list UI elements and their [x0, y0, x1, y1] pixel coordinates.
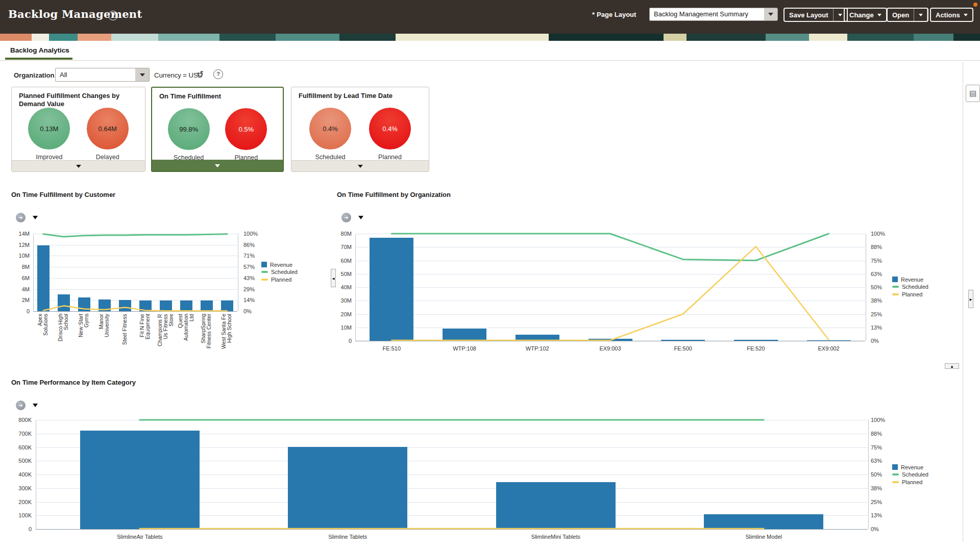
chevron-down-icon	[964, 14, 968, 16]
right-axis-tick: 0%	[871, 338, 879, 344]
left-axis-tick: 20M	[327, 311, 352, 317]
kpi-circle-improved[interactable]: 0.13M	[28, 108, 70, 149]
kpi-card-expander[interactable]	[12, 160, 145, 171]
legend-item-revenue[interactable]: Revenue	[261, 261, 292, 268]
legend-item-planned[interactable]: Planned	[261, 276, 291, 283]
kpi-circle-delayed[interactable]: 0.64M	[87, 108, 129, 149]
refresh-icon[interactable]: ↺	[197, 69, 204, 79]
chevron-down-icon	[215, 164, 220, 167]
line-planned-customer	[43, 306, 227, 311]
kpi-circle-scheduled[interactable]: 0.4%	[309, 108, 351, 149]
kpi-metric-label: Scheduled	[315, 154, 345, 161]
left-axis-tick: 8M	[5, 264, 30, 270]
right-axis-tick: 38%	[871, 485, 882, 491]
kpi-card-expander[interactable]	[291, 160, 429, 171]
change-button[interactable]: Change	[844, 8, 887, 22]
open-dropdown-arrow[interactable]	[914, 9, 927, 21]
kpi-card-2[interactable]: On Time Fulfillment99.8%Scheduled0.5%Pla…	[151, 87, 284, 172]
legend-label: Revenue	[901, 277, 923, 283]
category-label: Steel Fitness	[122, 314, 128, 359]
left-axis-tick: 40M	[327, 284, 352, 290]
category-label: SharpSpringFitness Center	[201, 314, 212, 359]
help-icon[interactable]: ?	[108, 11, 118, 20]
open-button[interactable]: Open	[887, 8, 928, 22]
right-axis-tick: 0%	[871, 526, 879, 532]
left-axis-tick: 400K	[7, 471, 32, 478]
category-label: Fit N FineEquipment	[139, 314, 151, 359]
category-label: ApexSolutions	[37, 314, 48, 359]
chart-menu-caret[interactable]	[33, 216, 38, 219]
legend-swatch-revenue	[892, 277, 898, 282]
filter-help-icon[interactable]: ?	[213, 69, 223, 79]
right-axis-tick: 38%	[871, 297, 882, 304]
left-axis-tick: 80M	[327, 231, 352, 237]
app-header: Backlog Management ? *Page Layout Backlo…	[0, 0, 980, 34]
category-label: Slimline Tablets	[309, 534, 386, 540]
banner-segment	[219, 34, 276, 41]
legend-swatch-planned	[261, 279, 268, 281]
category-label: Drisco HighSchool	[58, 314, 69, 359]
chart-menu-caret[interactable]	[33, 404, 38, 407]
open-label[interactable]: Open	[888, 9, 914, 21]
legend-item-revenue[interactable]: Revenue	[892, 276, 923, 283]
legend-label: Revenue	[901, 464, 923, 470]
legend-item-scheduled[interactable]: Scheduled	[892, 471, 928, 478]
right-axis-tick: 25%	[871, 499, 882, 505]
line-scheduled-customer	[43, 234, 227, 237]
left-axis-tick: 100K	[7, 512, 32, 518]
kpi-circle-planned[interactable]: 0.5%	[225, 108, 267, 150]
tabbar-divider	[0, 60, 980, 61]
banner-segment	[687, 34, 766, 41]
splitter-collapse-up[interactable]: ▲	[945, 363, 959, 369]
legend-label: Revenue	[270, 262, 292, 268]
drill-icon[interactable]: ➔	[16, 400, 26, 410]
line-layer-item_category	[36, 420, 868, 529]
right-axis-tick: 63%	[871, 458, 882, 464]
save-layout-button[interactable]: Save Layout	[783, 8, 848, 22]
right-axis-tick: 57%	[243, 264, 255, 270]
legend-swatch-planned	[892, 293, 899, 295]
banner-segment	[339, 34, 396, 41]
chart-menu-caret[interactable]	[358, 216, 363, 219]
category-label: EX9:002	[791, 345, 867, 352]
drill-icon[interactable]: ➔	[16, 213, 26, 222]
kpi-card-expander[interactable]	[152, 160, 283, 171]
organization-dropdown-arrow[interactable]	[135, 68, 150, 82]
legend-item-planned[interactable]: Planned	[892, 291, 922, 297]
left-axis-tick: 50M	[327, 271, 352, 277]
actions-button[interactable]: Actions	[930, 8, 973, 22]
right-axis-tick: 14%	[243, 297, 255, 303]
right-axis-tick: 88%	[871, 244, 882, 250]
legend-label: Planned	[902, 479, 922, 485]
right-axis-tick: 75%	[871, 444, 882, 450]
kpi-metric: 0.13MImproved	[28, 108, 70, 161]
right-axis-tick: 100%	[243, 231, 258, 237]
left-axis-tick: 30M	[327, 297, 352, 304]
kpi-circle-planned[interactable]: 0.4%	[369, 108, 411, 149]
legend-item-revenue[interactable]: Revenue	[892, 464, 923, 470]
kpi-circle-scheduled[interactable]: 99.8%	[168, 108, 210, 150]
organization-select[interactable]: All	[55, 68, 136, 82]
legend-swatch-planned	[892, 481, 899, 483]
banner-segment	[766, 34, 809, 41]
legend-item-scheduled[interactable]: Scheduled	[892, 284, 928, 290]
legend-swatch-revenue	[892, 464, 898, 470]
right-axis-tick: 63%	[871, 271, 882, 277]
side-panel-icon[interactable]: ▤	[966, 85, 980, 102]
kpi-card-3[interactable]: Fulfillment by Lead Time Date0.4%Schedul…	[291, 87, 429, 172]
page-layout-dropdown-arrow[interactable]	[764, 8, 778, 21]
tab-close-icon[interactable]: ×	[65, 46, 69, 54]
right-axis-tick: 75%	[871, 258, 882, 264]
drill-icon[interactable]: ➔	[341, 213, 351, 222]
tab-backlog-analytics[interactable]: Backlog Analytics	[10, 46, 69, 54]
legend-swatch-scheduled	[892, 473, 899, 475]
splitter-collapse-right[interactable]: ▶	[968, 290, 973, 308]
legend-item-planned[interactable]: Planned	[892, 479, 922, 485]
legend-item-scheduled[interactable]: Scheduled	[261, 269, 298, 276]
page-layout-select[interactable]: Backlog Management Summary	[649, 8, 765, 21]
save-layout-label[interactable]: Save Layout	[785, 9, 833, 21]
kpi-card-1[interactable]: Planned Fulfillment Changes by Demand Va…	[11, 87, 145, 172]
kpi-circle-row: 99.8%Scheduled0.5%Planned	[152, 108, 283, 161]
actions-label: Actions	[936, 11, 960, 19]
line-layer-customer	[33, 234, 237, 311]
